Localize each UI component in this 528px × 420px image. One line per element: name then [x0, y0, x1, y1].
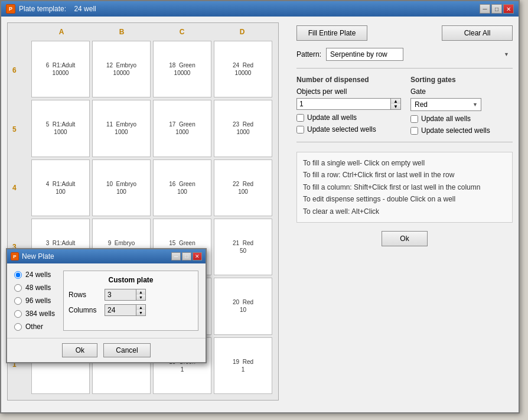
- well-2d[interactable]: 20 Red10: [214, 278, 272, 334]
- gate-label: Gate: [410, 87, 513, 96]
- well-6a[interactable]: 6 R1:Adult10000: [31, 41, 90, 97]
- update-selected-wells-checkbox[interactable]: [296, 126, 304, 134]
- well-5b[interactable]: 11 Embryo1000: [92, 100, 151, 157]
- clear-all-button[interactable]: Clear All: [442, 25, 513, 41]
- radio-48-wells[interactable]: [14, 284, 22, 292]
- custom-plate-section: Custom plate Rows ▲ ▼ Columns ▲ ▼: [63, 271, 198, 331]
- maximize-button[interactable]: □: [491, 4, 502, 14]
- rows-input[interactable]: [105, 289, 136, 301]
- radio-other[interactable]: [14, 323, 22, 331]
- columns-spinner-buttons: ▲ ▼: [136, 304, 146, 316]
- well-6b[interactable]: 12 Embryo10000: [92, 41, 151, 97]
- option-96-wells[interactable]: 96 wells: [14, 297, 55, 305]
- gate-select[interactable]: Red Green Blue All: [410, 98, 481, 111]
- other-label: Other: [25, 323, 43, 331]
- number-dispensed-section: Number of dispensed Objects per well ▲ ▼…: [296, 76, 399, 135]
- number-dispensed-title: Number of dispensed: [296, 76, 399, 84]
- top-buttons: Fill Entire Plate Clear All: [296, 25, 513, 41]
- plate-size-options: 24 wells 48 wells 96 wells 384 wells Oth…: [14, 271, 55, 331]
- well-3d[interactable]: 21 Red50: [214, 219, 272, 275]
- close-button[interactable]: ✕: [503, 4, 514, 14]
- radio-96-wells[interactable]: [14, 297, 22, 305]
- radio-24-wells[interactable]: [14, 271, 22, 279]
- columns-spinner: ▲ ▼: [105, 304, 146, 316]
- hint-line-3: To fill a column: Shift+Click first or l…: [303, 181, 506, 193]
- divider-1: [296, 68, 513, 69]
- window-controls: ─ □ ✕: [480, 4, 514, 14]
- minimize-button[interactable]: ─: [480, 4, 490, 14]
- well-6c[interactable]: 18 Green10000: [153, 41, 211, 97]
- well-6d[interactable]: 24 Red10000: [214, 41, 272, 97]
- well-5c[interactable]: 17 Green1000: [153, 100, 211, 157]
- well-4d[interactable]: 22 Red100: [214, 159, 272, 216]
- columns-input[interactable]: [105, 304, 136, 316]
- columns-up-button[interactable]: ▲: [136, 305, 145, 310]
- well-4c[interactable]: 16 Green100: [153, 159, 211, 216]
- dialog-icon: P: [11, 252, 19, 261]
- col-header-b: B: [92, 28, 152, 40]
- pattern-select-wrapper: Serpentine by row By row By column Serpe…: [326, 48, 513, 61]
- option-24-wells[interactable]: 24 wells: [14, 271, 55, 279]
- update-all-wells-label: Update all wells: [307, 113, 357, 122]
- dialog-ok-button[interactable]: Ok: [62, 343, 97, 357]
- dialog-title-bar: P New Plate ─ □ ✕: [7, 249, 206, 263]
- rows-label: Rows: [69, 291, 101, 299]
- right-panel: Fill Entire Plate Clear All Pattern: Ser…: [291, 17, 519, 412]
- update-selected-wells-label: Update selected wells: [307, 125, 376, 134]
- dialog-footer: Ok Cancel: [7, 338, 206, 362]
- dialog-close-button[interactable]: ✕: [193, 252, 202, 261]
- rows-up-button[interactable]: ▲: [136, 289, 145, 295]
- rows-down-button[interactable]: ▼: [136, 295, 145, 300]
- hints-box: To fill a single well- Click on empty we…: [296, 152, 513, 223]
- main-window-title: Plate template: 24 well: [19, 5, 476, 13]
- fill-entire-plate-button[interactable]: Fill Entire Plate: [296, 25, 367, 41]
- update-selected-wells-row: Update selected wells: [296, 125, 399, 134]
- gate-update-selected-wells-row: Update selected wells: [410, 126, 513, 135]
- columns-field: Columns ▲ ▼: [69, 304, 193, 316]
- columns-down-button[interactable]: ▼: [136, 310, 145, 315]
- col-header-d: D: [212, 28, 272, 40]
- pattern-row: Pattern: Serpentine by row By row By col…: [296, 48, 513, 61]
- dialog-window-controls: ─ □ ✕: [171, 252, 202, 261]
- gate-update-selected-wells-checkbox[interactable]: [410, 127, 418, 135]
- rows-spinner: ▲ ▼: [105, 289, 146, 301]
- hint-line-5: To clear a well: Alt+Click: [303, 206, 506, 217]
- spinner-down-button[interactable]: ▼: [391, 104, 400, 109]
- rows-field: Rows ▲ ▼: [69, 289, 193, 301]
- update-all-wells-row: Update all wells: [296, 113, 399, 122]
- dialog-restore-button[interactable]: □: [182, 252, 191, 261]
- gate-update-selected-wells-label: Update selected wells: [421, 126, 490, 135]
- well-5a[interactable]: 5 R1:Adult1000: [31, 100, 90, 157]
- objects-per-well-spinner: ▲ ▼: [296, 98, 344, 110]
- well-4b[interactable]: 10 Embryo100: [92, 159, 151, 216]
- spinner-buttons: ▲ ▼: [390, 98, 401, 110]
- new-plate-dialog: P New Plate ─ □ ✕ 24 wells 48 wells 96 w…: [6, 248, 207, 363]
- objects-per-well-input[interactable]: [296, 98, 390, 110]
- dialog-minimize-button[interactable]: ─: [171, 252, 181, 261]
- well-4a[interactable]: 4 R1:Adult100: [31, 159, 90, 216]
- spinner-up-button[interactable]: ▲: [391, 99, 400, 104]
- option-48-wells[interactable]: 48 wells: [14, 284, 55, 292]
- rows-spinner-buttons: ▲ ▼: [136, 289, 146, 301]
- option-other[interactable]: Other: [14, 323, 55, 331]
- sorting-gates-title: Sorting gates: [410, 76, 513, 84]
- ok-button[interactable]: Ok: [382, 231, 427, 246]
- radio-384-wells[interactable]: [14, 310, 22, 318]
- hint-line-1: To fill a single well- Click on empty we…: [303, 157, 506, 169]
- option-384-wells[interactable]: 384 wells: [14, 310, 55, 318]
- col-headers: A B C D: [31, 28, 272, 40]
- col-header-c: C: [152, 28, 212, 40]
- sorting-gates-section: Sorting gates Gate Red Green Blue All Up…: [410, 76, 513, 135]
- custom-plate-title: Custom plate: [69, 276, 193, 284]
- well-5d[interactable]: 23 Red1000: [214, 100, 272, 157]
- row-label-4: 4: [12, 158, 17, 217]
- divider-2: [296, 142, 513, 142]
- hint-line-2: To fill a row: Ctrl+Click first or last …: [303, 169, 506, 181]
- well-1d[interactable]: 19 Red1: [214, 337, 272, 394]
- gate-update-all-wells-checkbox[interactable]: [410, 115, 418, 123]
- pattern-select[interactable]: Serpentine by row By row By column Serpe…: [326, 48, 403, 61]
- update-all-wells-checkbox[interactable]: [296, 114, 304, 122]
- dialog-cancel-button[interactable]: Cancel: [103, 343, 150, 357]
- row-label-6: 6: [12, 41, 17, 100]
- pattern-label: Pattern:: [296, 50, 321, 58]
